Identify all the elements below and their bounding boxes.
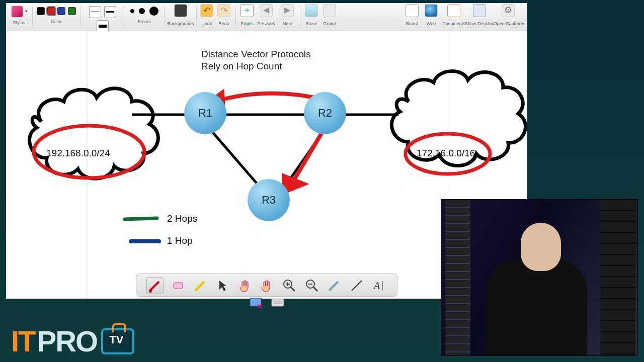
previous-icon: ◀ (260, 4, 273, 17)
color-label: Color (35, 19, 77, 24)
board-label: Board (401, 21, 423, 26)
pointer-tool[interactable] (214, 278, 230, 294)
line-med-icon[interactable] (104, 6, 116, 18)
color-group[interactable]: Color (35, 5, 77, 17)
separator (124, 6, 124, 26)
brand-it: IT (11, 324, 35, 358)
stylus-group[interactable]: ▾ Stylus (8, 5, 30, 18)
pages-icon: ＋ (240, 4, 254, 17)
pages-label: Pages (236, 21, 258, 26)
network-right-label: 172.16.0.0/16 (417, 148, 475, 159)
rack-left (445, 200, 470, 355)
brand-pro: PRO (37, 324, 98, 358)
line-group[interactable]: Line (84, 5, 122, 33)
router-r1: R1 (184, 92, 226, 134)
redo-icon: ↷ (217, 4, 230, 17)
previous-label: Previous (256, 21, 277, 26)
backgrounds-label: Backgrounds (165, 21, 196, 26)
separator (164, 6, 165, 26)
backgrounds-button[interactable]: Backgrounds (168, 3, 193, 26)
color-blue[interactable] (57, 7, 65, 15)
show-desktop-button[interactable]: Show Desktop (467, 3, 492, 26)
menu-caret-icon: ▾ (522, 22, 524, 26)
previous-button[interactable]: ◀ Previous (259, 3, 274, 26)
line-tool[interactable] (349, 278, 365, 294)
erase-button[interactable]: Erase (304, 3, 319, 26)
stylus-icon (12, 6, 23, 17)
next-button[interactable]: ▶ Next (280, 3, 295, 26)
svg-line-19 (329, 282, 338, 291)
laser-tool[interactable] (326, 278, 342, 294)
top-toolbar: ▾ Stylus Color Line (6, 3, 527, 32)
svg-rect-23 (250, 298, 261, 306)
separator (235, 6, 236, 26)
eraser-tool[interactable] (170, 278, 186, 294)
eraser-large-icon[interactable] (149, 7, 158, 16)
router-r1-label: R1 (198, 107, 212, 119)
documents-button[interactable]: Documents (443, 3, 465, 26)
capture-tool[interactable] (248, 294, 264, 310)
router-r3-label: R3 (262, 194, 276, 206)
network-left-label: 192.168.0.0/24 (46, 148, 110, 159)
stylus-label: Stylus (8, 20, 30, 25)
redo-button[interactable]: ↷ Redo (216, 3, 231, 26)
brand-tv-icon: TV (101, 328, 134, 354)
web-label: Web (421, 21, 442, 26)
separator (80, 6, 81, 26)
keyboard-tool[interactable] (270, 294, 286, 310)
eraser-small-icon[interactable] (130, 9, 134, 13)
globe-icon (425, 4, 438, 17)
svg-line-7 (150, 282, 159, 291)
group-button[interactable]: Group (322, 3, 337, 26)
svg-rect-9 (174, 283, 183, 289)
svg-line-10 (195, 282, 204, 291)
board-button[interactable]: Board (405, 3, 420, 26)
open-sankore-button[interactable]: ⚙ Open-Sankoré ▾ (494, 3, 522, 26)
open-sankore-label: Open-Sankoré (491, 21, 525, 26)
zoom-in-tool[interactable] (281, 278, 297, 294)
undo-button[interactable]: ↶ Undo (199, 3, 214, 26)
separator (300, 6, 300, 26)
group-icon (323, 4, 336, 17)
link-lines (132, 115, 398, 189)
redo-label: Redo (213, 21, 234, 26)
svg-marker-11 (219, 281, 226, 291)
legend-1hop-label: 1 Hop (167, 235, 193, 246)
zoom-out-tool[interactable] (304, 278, 320, 294)
gear-icon: ⚙ (502, 4, 515, 17)
undo-icon: ↶ (200, 4, 213, 17)
presenter-webcam (441, 199, 638, 356)
web-button[interactable]: Web (424, 3, 439, 26)
stage: ▾ Stylus Color Line (0, 0, 644, 362)
color-green[interactable] (68, 7, 76, 15)
svg-line-3 (211, 131, 262, 189)
rack-right (600, 200, 635, 355)
pages-button[interactable]: ＋ Pages (239, 3, 255, 26)
svg-rect-24 (272, 299, 284, 306)
pen-tool[interactable] (146, 277, 164, 294)
eraser-label: Eraser (127, 19, 162, 24)
separator (32, 6, 33, 26)
eraser-med-icon[interactable] (139, 8, 145, 14)
svg-text:A: A (373, 280, 380, 291)
color-red[interactable] (47, 7, 55, 15)
svg-line-20 (352, 281, 362, 291)
color-black[interactable] (37, 7, 45, 15)
next-icon: ▶ (281, 4, 294, 17)
text-tool[interactable]: A (371, 278, 387, 294)
hand-tool[interactable] (237, 278, 253, 294)
show-desktop-label: Show Desktop (464, 21, 495, 26)
presenter-body (487, 260, 587, 355)
highlighter-tool[interactable] (192, 278, 208, 294)
presenter-head (521, 223, 561, 271)
brand-logo: IT PRO TV (11, 324, 134, 358)
scroll-tool[interactable] (259, 278, 275, 294)
bottom-toolbar: A (136, 274, 397, 297)
line-thick-icon[interactable] (97, 20, 109, 32)
line-thin-icon[interactable] (89, 6, 101, 18)
board-icon (406, 4, 419, 17)
legend-2hops-label: 2 Hops (167, 213, 197, 224)
legend-2hops-line (125, 218, 157, 219)
eraser-group[interactable]: Eraser (127, 5, 162, 17)
desktop-icon (473, 4, 486, 17)
